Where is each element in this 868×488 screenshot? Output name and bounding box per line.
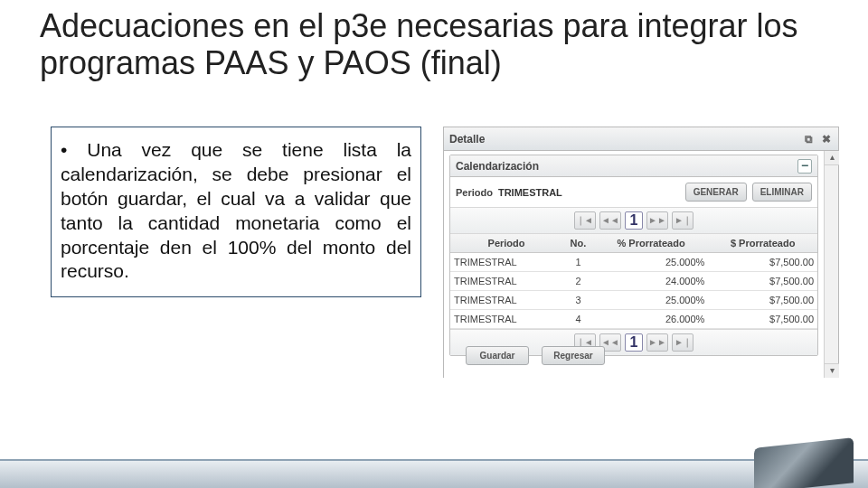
detail-panel: Detalle ⧉ ✖ ▴ ▾ Calendarización − Period… <box>443 127 839 378</box>
cell-pct: 25.000% <box>594 291 709 310</box>
cell-pct: 25.000% <box>594 253 709 272</box>
generate-button[interactable]: GENERAR <box>685 183 747 202</box>
page-title: Adecuaciones en el p3e necesarias para i… <box>40 7 826 82</box>
calendar-section: Calendarización − Periodo TRIMESTRAL GEN… <box>449 155 818 356</box>
scroll-down-icon[interactable]: ▾ <box>825 363 839 378</box>
panel-body: ▴ ▾ Calendarización − Periodo TRIMESTRAL… <box>444 151 838 378</box>
calendar-header: Calendarización − <box>450 155 817 177</box>
pager-prev-button[interactable]: ◄◄ <box>599 211 621 230</box>
period-label: Periodo <box>456 187 493 198</box>
cell-pct: 24.000% <box>594 272 709 291</box>
cell-monto: $7,500.00 <box>708 291 817 310</box>
cell-no: 2 <box>562 272 594 291</box>
pager-first-button[interactable]: ❘◄ <box>574 211 596 230</box>
cell-no: 4 <box>562 310 594 329</box>
col-no: No. <box>562 234 594 253</box>
cell-monto: $7,500.00 <box>708 272 817 291</box>
pager2-current: 1 <box>625 333 643 352</box>
cell-periodo: TRIMESTRAL <box>450 253 562 272</box>
table-row: TRIMESTRAL 2 24.000% $7,500.00 <box>450 272 817 291</box>
delete-button[interactable]: ELIMINAR <box>752 183 812 202</box>
col-monto: $ Prorrateado <box>708 234 817 253</box>
close-icon[interactable]: ✖ <box>820 133 833 145</box>
pager-current: 1 <box>625 211 643 230</box>
col-periodo: Periodo <box>450 234 562 253</box>
vertical-scrollbar[interactable]: ▴ ▾ <box>824 151 838 378</box>
table-row: TRIMESTRAL 4 26.000% $7,500.00 <box>450 310 817 329</box>
footer-banner <box>0 459 868 488</box>
cell-pct: 26.000% <box>594 310 709 329</box>
pager2-next-button[interactable]: ►► <box>646 333 668 352</box>
cell-periodo: TRIMESTRAL <box>450 272 562 291</box>
period-value: TRIMESTRAL <box>498 187 562 198</box>
table-header-row: Periodo No. % Prorrateado $ Prorrateado <box>450 234 817 253</box>
description-box: • Una vez que se tiene lista la calendar… <box>51 127 421 297</box>
panel-header: Detalle ⧉ ✖ <box>444 127 838 151</box>
cell-monto: $7,500.00 <box>708 253 817 272</box>
save-button[interactable]: Guardar <box>466 346 529 365</box>
collapse-icon[interactable]: − <box>797 159 812 174</box>
scroll-up-icon[interactable]: ▴ <box>825 151 839 165</box>
cell-no: 1 <box>562 253 594 272</box>
back-button[interactable]: Regresar <box>542 346 605 365</box>
table-row: TRIMESTRAL 3 25.000% $7,500.00 <box>450 291 817 310</box>
popout-icon[interactable]: ⧉ <box>802 133 815 145</box>
panel-title: Detalle <box>449 133 485 145</box>
col-pct: % Prorrateado <box>594 234 709 253</box>
cell-periodo: TRIMESTRAL <box>450 291 562 310</box>
action-buttons: Guardar Regresar <box>460 346 605 365</box>
cell-periodo: TRIMESTRAL <box>450 310 562 329</box>
pager2-last-button[interactable]: ►❘ <box>672 333 693 352</box>
table-row: TRIMESTRAL 1 25.000% $7,500.00 <box>450 253 817 272</box>
pager-last-button[interactable]: ►❘ <box>672 211 693 230</box>
pager-top: ❘◄ ◄◄ 1 ►► ►❘ <box>450 208 817 234</box>
pager-next-button[interactable]: ►► <box>646 211 668 230</box>
cell-monto: $7,500.00 <box>708 310 817 329</box>
bullet-text: • Una vez que se tiene lista la calendar… <box>61 138 411 284</box>
calendar-title: Calendarización <box>456 160 539 173</box>
calendar-table: Periodo No. % Prorrateado $ Prorrateado … <box>450 234 817 329</box>
period-row: Periodo TRIMESTRAL GENERAR ELIMINAR <box>450 177 817 208</box>
cell-no: 3 <box>562 291 594 310</box>
bullet-text-content: Una vez que se tiene lista la calendariz… <box>61 139 411 281</box>
